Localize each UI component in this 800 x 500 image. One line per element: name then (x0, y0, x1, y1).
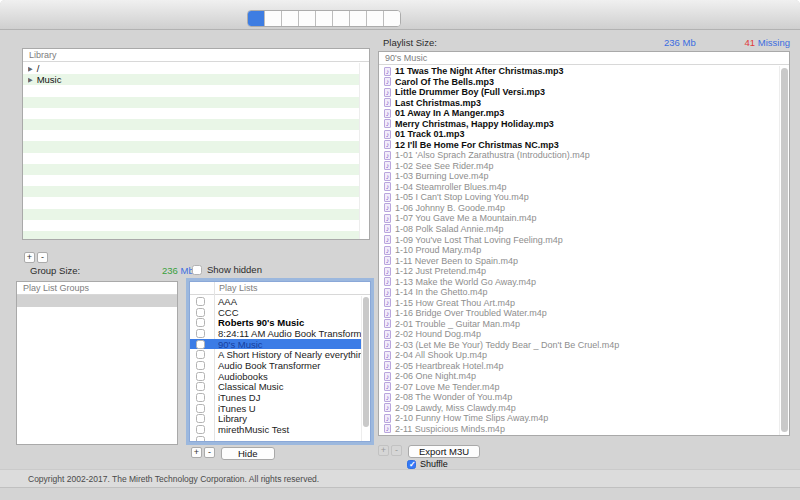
playlist-item[interactable]: iTunes U (190, 403, 361, 414)
file-row[interactable]: ♪1-03 Burning Love.m4p (379, 171, 778, 182)
playlist-item[interactable]: Library (190, 414, 361, 425)
files-remove-button[interactable]: - (391, 445, 402, 456)
playlist-checkbox[interactable] (196, 436, 205, 441)
playlist-group-item[interactable] (17, 295, 177, 307)
file-row[interactable]: ♪2-04 All Shook Up.m4p (379, 350, 778, 361)
file-row[interactable]: ♪1-05 I Can't Stop Loving You.m4p (379, 192, 778, 203)
playlist-checkbox[interactable] (196, 297, 205, 306)
library-add-button[interactable]: + (24, 252, 35, 263)
playlist-checkbox[interactable] (196, 318, 205, 327)
file-row[interactable]: ♪2-03 (Let Me Be Your) Teddy Bear _ Don'… (379, 339, 778, 350)
playlist-item[interactable] (190, 435, 361, 441)
file-row[interactable]: ♪Last Christmas.mp3 (379, 98, 778, 109)
chevron-right-icon[interactable]: ▶ (28, 76, 33, 84)
playlist-checkbox[interactable] (196, 361, 205, 370)
file-row[interactable]: ♪Carol Of The Bells.mp3 (379, 77, 778, 88)
file-row[interactable]: ♪Little Drummer Boy (Full Versi.mp3 (379, 87, 778, 98)
file-row[interactable]: ♪2-02 Hound Dog.m4p (379, 329, 778, 340)
tab[interactable] (248, 11, 265, 26)
file-row[interactable]: ♪01 Track 01.mp3 (379, 129, 778, 140)
files-add-button[interactable]: + (378, 445, 389, 456)
file-row[interactable]: ♪1-08 Polk Salad Annie.m4p (379, 224, 778, 235)
missing-count: 41 (745, 37, 756, 48)
file-row[interactable]: ♪1-04 Steamroller Blues.m4p (379, 182, 778, 193)
file-row[interactable]: ♪1-12 Just Pretend.m4p (379, 266, 778, 277)
file-row[interactable]: ♪1-14 In the Ghetto.m4p (379, 287, 778, 298)
playlist-checkbox[interactable] (196, 308, 205, 317)
tab[interactable] (282, 11, 299, 26)
playlist-group-item[interactable] (17, 307, 177, 319)
playlist-item[interactable]: Roberts 90's Music (190, 317, 361, 328)
tab[interactable] (367, 11, 384, 26)
file-row[interactable]: ♪1-15 How Great Thou Art.m4p (379, 297, 778, 308)
library-tree-item[interactable]: ▶Music (23, 74, 359, 85)
file-row[interactable]: ♪2-07 Love Me Tender.m4p (379, 381, 778, 392)
files-scrollbar-thumb[interactable] (781, 68, 788, 432)
playlists-scrollbar-thumb[interactable] (363, 297, 369, 427)
file-row[interactable]: ♪1-09 You've Lost That Loving Feeling.m4… (379, 234, 778, 245)
playlist-checkbox[interactable] (196, 372, 205, 381)
playlist-item[interactable]: Audio Book Transformer (190, 360, 361, 371)
playlist-item[interactable]: CCC (190, 307, 361, 318)
library-remove-button[interactable]: - (37, 252, 48, 263)
playlist-item[interactable]: iTunes DJ (190, 392, 361, 403)
playlist-checkbox[interactable] (196, 382, 205, 391)
playlist-checkbox[interactable] (196, 414, 205, 423)
tab[interactable] (384, 11, 400, 26)
playlist-item[interactable]: 90's Music (190, 339, 361, 350)
playlist-item[interactable]: 8:24:11 AM Audio Book Transformer CD (190, 328, 361, 339)
hide-button[interactable]: Hide (221, 447, 275, 460)
file-row[interactable]: ♪Merry Christmas, Happy Holiday.mp3 (379, 119, 778, 130)
file-row[interactable]: ♪2-09 Lawdy, Miss Clawdy.m4p (379, 403, 778, 414)
playlists-scrollbar[interactable] (361, 296, 370, 441)
file-row[interactable]: ♪1-02 See See Rider.m4p (379, 161, 778, 172)
chevron-right-icon[interactable]: ▶ (28, 65, 33, 73)
footer-bar: Copyright 2002-2017. The Mireth Technolo… (0, 469, 800, 488)
file-row[interactable]: ♪1-06 Johnny B. Goode.m4p (379, 203, 778, 214)
playlist-checkbox[interactable] (196, 425, 205, 434)
file-row[interactable]: ♪2-05 Heartbreak Hotel.m4p (379, 360, 778, 371)
file-row[interactable]: ♪2-06 One Night.m4p (379, 371, 778, 382)
show-hidden-checkbox[interactable] (192, 265, 202, 275)
files-scrollbar[interactable] (779, 66, 789, 435)
playlist-checkbox[interactable] (196, 404, 205, 413)
audio-file-icon: ♪ (384, 414, 391, 423)
playlist-item[interactable]: AAA (190, 296, 361, 307)
playlist-item[interactable]: A Short History of Nearly everything (190, 349, 361, 360)
library-tree: ▶/ ▶Music (23, 63, 359, 239)
playlist-item[interactable]: Audiobooks (190, 371, 361, 382)
tab[interactable] (299, 11, 316, 26)
file-row[interactable]: ♪2-08 The Wonder of You.m4p (379, 392, 778, 403)
library-scrollbar[interactable] (359, 63, 369, 239)
file-row[interactable]: ♪1-07 You Gave Me a Mountain.m4p (379, 213, 778, 224)
file-row[interactable]: ♪1-11 Never Been to Spain.m4p (379, 255, 778, 266)
tab[interactable] (350, 11, 367, 26)
playlist-checkbox[interactable] (196, 350, 205, 359)
shuffle-checkbox[interactable] (407, 460, 416, 469)
file-row[interactable]: ♪1-01 'Also Sprach Zarathustra (Introduc… (379, 150, 778, 161)
file-row[interactable]: ♪1-10 Proud Mary.m4p (379, 245, 778, 256)
file-row[interactable]: ♪2-11 Suspicious Minds.m4p (379, 424, 778, 435)
playlists-remove-button[interactable]: - (204, 447, 215, 458)
playlists-add-button[interactable]: + (191, 447, 202, 458)
tab[interactable] (265, 11, 282, 26)
file-row[interactable]: ♪2-10 Funny How Time Slips Away.m4p (379, 413, 778, 424)
file-row[interactable]: ♪2-01 Trouble _ Guitar Man.m4p (379, 318, 778, 329)
file-row[interactable]: ♪11 Twas The Night After Christmas.mp3 (379, 66, 778, 77)
playlist-checkbox[interactable] (196, 340, 205, 349)
playlist-checkbox[interactable] (196, 393, 205, 402)
file-row[interactable]: ♪1-16 Bridge Over Troubled Water.m4p (379, 308, 778, 319)
file-row[interactable]: ♪1-13 Make the World Go Away.m4p (379, 276, 778, 287)
library-tree-item[interactable]: ▶/ (23, 63, 359, 74)
audio-file-icon: ♪ (384, 88, 391, 97)
playlist-item[interactable]: Classical Music (190, 382, 361, 393)
tab[interactable] (316, 11, 333, 26)
playlist-item[interactable]: mirethMusic Test (190, 424, 361, 435)
tab[interactable] (333, 11, 350, 26)
export-m3u-button[interactable]: Export M3U (408, 445, 480, 458)
file-row[interactable]: ♪12 I'll Be Home For Christmas NC.mp3 (379, 140, 778, 151)
audio-file-icon: ♪ (384, 224, 391, 233)
playlists-buttons: +- Hide (191, 447, 275, 460)
playlist-checkbox[interactable] (196, 329, 205, 338)
file-row[interactable]: ♪01 Away In A Manger.mp3 (379, 108, 778, 119)
